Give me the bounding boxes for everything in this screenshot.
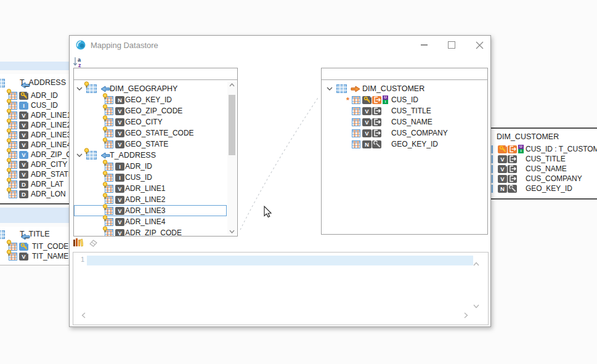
- source-tree: DIM_GEOGRAPHYNGEO_KEY_IDVGEO_ZIP_CODEVGE…: [74, 81, 237, 236]
- type-badge: V: [498, 155, 507, 163]
- tree-item-cus-id[interactable]: **UICUS_ID: [322, 94, 487, 105]
- editor-scroll-right-icon[interactable]: [464, 310, 468, 321]
- tree-item-geo-city[interactable]: VGEO_CITY: [74, 116, 227, 127]
- bg-column-cus-title[interactable]: VCUS_TITLE: [481, 154, 597, 164]
- maximize-button[interactable]: [444, 38, 460, 52]
- scrollbar-thumb[interactable]: [229, 95, 235, 155]
- lightbulb-icon: [84, 81, 89, 90]
- lightbulb-icon: [6, 168, 12, 176]
- tree-item-dim-geography[interactable]: DIM_GEOGRAPHY: [74, 83, 227, 94]
- tree-item-dim-customer[interactable]: DIM_CUSTOMER: [322, 83, 487, 94]
- column-icon: [352, 140, 360, 148]
- editor-scroll-left-icon[interactable]: [81, 310, 86, 321]
- tree-item-geo-state[interactable]: VGEO_STATE: [74, 139, 227, 150]
- datastore-label: DIM_GEOGRAPHY: [110, 84, 177, 93]
- column-icon: [105, 185, 113, 193]
- bg-column-cus-id-t-customer[interactable]: *UICUS_ID : T_CUSTOMER: [481, 144, 597, 154]
- column-label: ADR_LINE3: [125, 206, 165, 215]
- bg-column-cus-name[interactable]: V*CUS_NAME: [481, 164, 597, 174]
- type-badge: V: [115, 207, 124, 215]
- datastore-icon: [86, 151, 97, 160]
- expression-library-icon[interactable]: [73, 238, 83, 249]
- editor-scroll-up-icon[interactable]: [473, 257, 479, 269]
- tree-item-cus-name[interactable]: V*CUS_NAME: [322, 116, 487, 127]
- output-arrow-icon: [351, 86, 360, 92]
- column-label: CUS_NAME: [526, 164, 567, 173]
- tree-item-geo-key-id[interactable]: NGEO_KEY_ID: [74, 94, 227, 105]
- tree-item-cus-company[interactable]: VCUS_COMPANY: [322, 127, 487, 139]
- key-icon: *: [362, 96, 372, 104]
- type-badge: V: [115, 118, 124, 126]
- column-icon: [105, 163, 113, 171]
- scroll-down-icon[interactable]: [229, 229, 235, 234]
- lightbulb-icon: [102, 215, 108, 224]
- type-badge: V: [498, 175, 507, 183]
- editor-scroll-down-icon[interactable]: [473, 300, 479, 311]
- minimize-button[interactable]: [416, 38, 432, 52]
- tree-item-adr-line3[interactable]: VADR_LINE3: [74, 205, 227, 216]
- datastore-label: DIM_CUSTOMER: [362, 84, 424, 93]
- bg-column-geo-key-id[interactable]: NGEO_KEY_ID: [481, 184, 597, 193]
- tree-item-adr-zip-code[interactable]: VADR_ZIP_CODE: [74, 227, 227, 236]
- lightbulb-icon: [102, 104, 108, 113]
- tree-item-adr-line1[interactable]: VADR_LINE1: [74, 183, 227, 194]
- tree-item-geo-state-code[interactable]: VGEO_STATE_CODE: [74, 127, 227, 139]
- type-badge: V: [115, 229, 124, 237]
- update-flag-icon: U: [518, 145, 524, 149]
- source-filter-input[interactable]: [74, 68, 237, 80]
- asterisk-icon: *: [26, 251, 29, 257]
- type-badge: I: [115, 163, 124, 171]
- tree-item-adr-line2[interactable]: VADR_LINE2: [74, 194, 227, 205]
- editor-active-line[interactable]: [87, 256, 473, 265]
- tree-item-geo-zip-code[interactable]: VGEO_ZIP_CODE: [74, 105, 227, 116]
- scroll-up-icon[interactable]: [229, 83, 235, 87]
- insert-flag-icon: I: [518, 149, 524, 153]
- column-label: ADR_STATE: [31, 170, 73, 179]
- type-badge: V: [115, 140, 124, 148]
- tree-item-adr-line4[interactable]: VADR_LINE4: [74, 216, 227, 227]
- eraser-icon[interactable]: [88, 238, 99, 249]
- lightbulb-icon: [6, 118, 12, 127]
- type-badge: V: [362, 107, 372, 115]
- lightbulb-icon: [6, 158, 12, 166]
- datastore-label: T_ADDRESS: [110, 151, 156, 160]
- lightbulb-icon: [102, 193, 108, 201]
- key-icon: *: [19, 92, 28, 100]
- tree-item-t-address[interactable]: T_ADDRESS: [74, 150, 227, 161]
- sort-az-icon[interactable]: az: [73, 56, 84, 68]
- lightbulb-icon: [84, 148, 89, 156]
- bg-column-cus-company[interactable]: VCUS_COMPANY: [481, 174, 597, 184]
- tree-item-geo-key-id[interactable]: NGEO_KEY_ID: [322, 139, 487, 150]
- close-button[interactable]: [471, 38, 487, 52]
- expand-chevron-icon[interactable]: [327, 87, 333, 91]
- type-badge: V*: [19, 151, 28, 159]
- column-label: GEO_KEY_ID: [125, 95, 172, 104]
- column-icon: [352, 118, 360, 126]
- tree-item-adr-id[interactable]: IADR_ID: [74, 161, 227, 172]
- column-icon: [105, 196, 113, 204]
- source-tree-scrollbar[interactable]: [227, 81, 237, 235]
- bg-dim-customer-header[interactable]: DIM_CUSTOMER: [481, 132, 597, 143]
- target-tree-panel: DIM_CUSTOMER**UICUS_IDVCUS_TITLEV*CUS_NA…: [321, 68, 488, 235]
- expand-chevron-icon[interactable]: [76, 87, 83, 91]
- type-badge: V*: [19, 161, 28, 169]
- column-icon: [105, 229, 113, 237]
- tree-item-cus-id[interactable]: ICUS_ID: [74, 172, 227, 183]
- column-label: ADR_LAT: [31, 180, 63, 188]
- column-label: GEO_CITY: [125, 118, 163, 126]
- wrench-icon: [508, 185, 517, 193]
- lightbulb-icon: [102, 126, 108, 135]
- column-label: ADR_LINE2: [31, 121, 71, 129]
- column-label: CUS_ID: [31, 101, 58, 110]
- column-icon: [105, 140, 113, 148]
- tree-item-cus-title[interactable]: VCUS_TITLE: [322, 105, 487, 116]
- expression-editor[interactable]: 1: [73, 252, 489, 325]
- asterisk-icon: *: [26, 241, 29, 247]
- lightbulb-icon: [6, 138, 12, 147]
- column-label: ADR_ID: [125, 162, 152, 171]
- column-icon: [105, 96, 113, 104]
- lightbulb-icon: [102, 182, 108, 190]
- target-filter-input[interactable]: [322, 68, 487, 80]
- expand-chevron-icon[interactable]: [76, 153, 83, 157]
- lightbulb-icon: [102, 115, 108, 124]
